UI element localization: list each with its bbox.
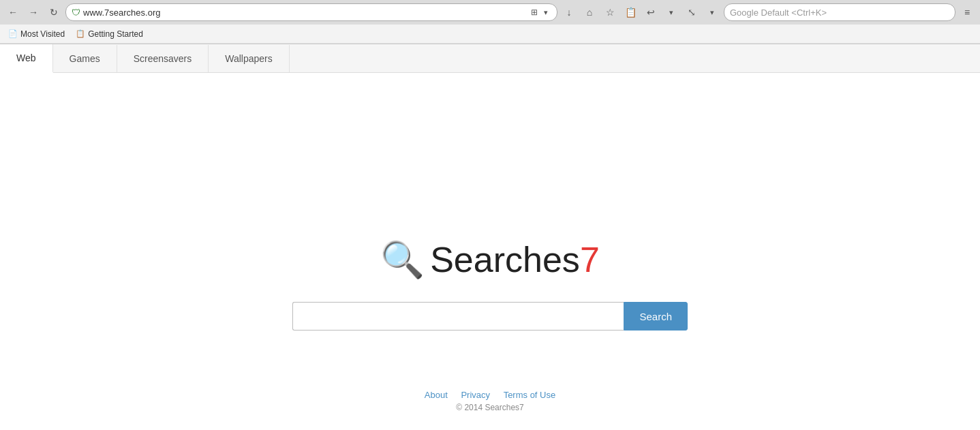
footer-copyright: © 2014 Searches7 [0,403,980,412]
qr-icon: ⊞ [531,7,538,17]
forward-icon: → [29,7,38,18]
star-icon: ☆ [606,7,615,18]
bookmark-getting-started[interactable]: 📋 Getting Started [73,28,146,40]
search-form: Search [292,302,688,331]
footer-link-about[interactable]: About [425,390,448,400]
bookmark-most-visited[interactable]: 📄 Most Visited [5,28,67,40]
browser-toolbar: ← → ↻ 🛡 ⊞ ▾ ↓ ⌂ ☆ 📋 ↩ ▾ ⤡ [0,0,980,25]
arrow-down2-button[interactable]: ▾ [662,3,680,21]
refresh-button[interactable]: ↻ [45,3,63,21]
menu-icon: ≡ [964,7,970,18]
bookmark-icon: 📋 [625,7,637,18]
bookmark-manage-button[interactable]: 📋 [622,3,639,21]
undo-icon: ↩ [647,7,655,18]
bookmark-icon-getting-started: 📋 [76,29,85,38]
arrow-down-button[interactable]: ▾ [540,3,551,21]
footer-links: About Privacy Terms of Use [0,390,980,400]
logo-container: 🔍 Searches7 [380,239,600,280]
tab-wallpapers[interactable]: Wallpapers [209,45,290,72]
arrow-down3-button[interactable]: ▾ [703,3,721,21]
back-icon: ← [8,7,18,18]
search-placeholder-text: Google Default <Ctrl+K> [730,7,949,18]
address-bar[interactable]: 🛡 ⊞ ▾ [65,3,557,21]
download-icon: ↓ [567,7,572,18]
menu-button[interactable]: ≡ [958,3,976,21]
back-button[interactable]: ← [4,3,22,21]
undo-button[interactable]: ↩ [642,3,660,21]
tab-screensavers[interactable]: Screensavers [117,45,209,72]
footer-link-terms[interactable]: Terms of Use [504,390,556,400]
logo-text-searches: Searches [430,240,580,279]
forward-button[interactable]: → [25,3,42,21]
footer-link-privacy[interactable]: Privacy [461,390,490,400]
bookmark-label-getting-started: Getting Started [88,29,143,39]
bookmarks-bar: 📄 Most Visited 📋 Getting Started [0,25,980,44]
resize-button[interactable]: ⤡ [683,3,701,21]
address-input[interactable] [83,7,528,18]
resize-icon: ⤡ [688,7,696,18]
home-button[interactable]: ⌂ [581,3,598,21]
search-input[interactable] [292,302,624,331]
logo-text: Searches7 [430,239,600,280]
footer: About Privacy Terms of Use © 2014 Search… [0,390,980,412]
shield-icon: 🛡 [72,7,80,18]
search-button[interactable]: Search [624,302,688,331]
home-icon: ⌂ [587,7,592,18]
tab-games[interactable]: Games [53,45,117,72]
main-content: 🔍 Searches7 Search [292,73,688,429]
refresh-icon: ↻ [50,7,58,18]
nav-tabs: Web Games Screensavers Wallpapers [0,44,980,73]
browser-chrome: ← → ↻ 🛡 ⊞ ▾ ↓ ⌂ ☆ 📋 ↩ ▾ ⤡ [0,0,980,44]
browser-search-bar[interactable]: Google Default <Ctrl+K> [724,3,955,21]
page-content: 🔍 Searches7 Search About Privacy Terms o… [0,73,980,429]
logo-search-icon: 🔍 [380,242,425,277]
logo-text-number: 7 [580,240,600,279]
bookmark-icon-most-visited: 📄 [8,29,18,38]
bookmark-label-most-visited: Most Visited [20,29,65,39]
bookmark-star-button[interactable]: ☆ [601,3,619,21]
tab-web[interactable]: Web [0,44,53,73]
download-button[interactable]: ↓ [560,3,578,21]
